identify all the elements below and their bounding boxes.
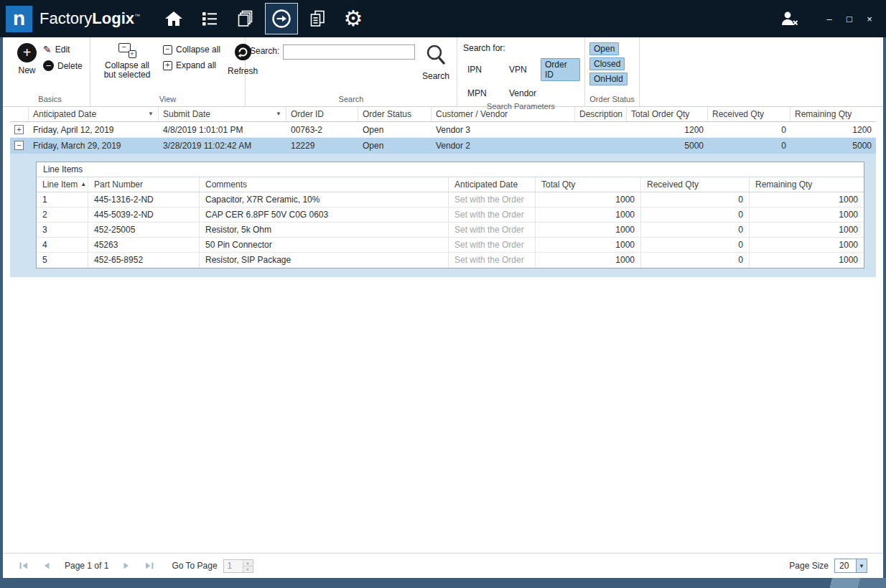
li-column-remaining-qty[interactable]: Remaining Qty xyxy=(750,177,864,192)
search-param-vpn[interactable]: VPN xyxy=(505,63,531,76)
line-item-row-5[interactable]: 5 452-65-8952 Resistor, SIP Package Set … xyxy=(37,253,864,268)
li-cell-line-item: 5 xyxy=(37,253,88,268)
page-size-select[interactable]: 20 ▼ xyxy=(834,559,867,573)
nav-settings-gear-icon[interactable]: ⚙ xyxy=(337,3,370,34)
search-param-mpn[interactable]: MPN xyxy=(463,87,491,100)
filter-dropdown-icon[interactable]: ▼ xyxy=(148,107,154,121)
order-row-00763-2[interactable]: + Friday, April 12, 2019 4/8/2019 1:01:0… xyxy=(10,122,876,138)
grid-empty-area xyxy=(10,277,876,553)
go-to-page-input[interactable] xyxy=(224,560,243,572)
expand-all-button[interactable]: + Expand all xyxy=(163,60,220,70)
order-row-12229-selected[interactable]: − Friday, March 29, 2019 3/28/2019 11:02… xyxy=(10,138,876,154)
line-item-row-3[interactable]: 3 452-25005 Resistor, 5k Ohm Set with th… xyxy=(37,223,864,238)
edit-button[interactable]: ✎ Edit xyxy=(43,45,83,55)
collapse-all-but-selected-button[interactable]: − + Collapse all but selected xyxy=(95,42,159,80)
nav-home-icon[interactable] xyxy=(157,3,190,34)
li-column-total-qty[interactable]: Total Qty xyxy=(536,177,641,192)
column-header-order-id[interactable]: Order ID xyxy=(286,107,358,121)
cell-remaining-qty: 5000 xyxy=(791,138,876,154)
line-items-title: Line Items xyxy=(37,162,864,177)
ribbon: + New ✎ Edit − Delete Basics xyxy=(3,37,883,107)
section-label-view: View xyxy=(95,93,241,105)
li-column-comments[interactable]: Comments xyxy=(200,177,449,192)
column-header-order-status[interactable]: Order Status xyxy=(358,107,432,121)
first-page-button[interactable] xyxy=(19,561,29,571)
li-cell-comments: 50 Pin Connector xyxy=(200,238,449,252)
column-header-label: Remaining Qty xyxy=(795,107,852,121)
column-header-label: Anticipated Date xyxy=(33,107,96,121)
collapse-all-icon: − xyxy=(163,45,172,55)
status-filter-closed[interactable]: Closed xyxy=(589,57,625,70)
collapse-row-icon[interactable]: − xyxy=(14,141,24,150)
main-nav: ⚙ xyxy=(157,3,370,34)
maximize-button[interactable]: □ xyxy=(843,14,856,24)
edit-button-label: Edit xyxy=(55,45,70,55)
li-cell-received-qty: 0 xyxy=(641,238,750,252)
user-logout-icon[interactable] xyxy=(780,10,800,27)
delete-icon: − xyxy=(43,60,54,71)
go-to-page-label: Go To Page xyxy=(172,561,217,571)
line-item-row-4[interactable]: 4 45263 50 Pin Connector Set with the Or… xyxy=(37,238,864,253)
column-header-anticipated-date[interactable]: Anticipated Date ▼ xyxy=(29,107,159,121)
trademark-symbol: ™ xyxy=(134,13,140,19)
column-header-remaining-qty[interactable]: Remaining Qty xyxy=(791,107,876,121)
cell-order-status: Open xyxy=(358,122,432,138)
li-column-part-number[interactable]: Part Number xyxy=(88,177,200,192)
line-item-row-1[interactable]: 1 445-1316-2-ND Capacitor, X7R Ceramic, … xyxy=(37,192,864,207)
li-column-received-qty[interactable]: Received Qty xyxy=(641,177,750,192)
nav-receiving-icon[interactable] xyxy=(265,3,298,34)
search-input[interactable] xyxy=(283,45,415,60)
column-header-label: Order ID xyxy=(291,107,324,121)
spinner-up-icon[interactable]: ▲ xyxy=(243,560,253,566)
column-header-customer-vendor[interactable]: Customer / Vendor xyxy=(432,107,575,121)
column-header-description[interactable]: Description xyxy=(575,107,627,121)
status-filter-onhold[interactable]: OnHold xyxy=(589,73,628,85)
expander-column-header xyxy=(10,107,29,121)
li-cell-total-qty: 1000 xyxy=(536,192,641,207)
cell-customer-vendor: Vendor 3 xyxy=(432,122,575,138)
line-items-panel: Line Items Line Item ▲ Part Number Comme… xyxy=(36,162,864,269)
search-param-ipn[interactable]: IPN xyxy=(463,63,486,76)
search-button[interactable]: Search xyxy=(419,42,452,82)
column-header-total-order-qty[interactable]: Total Order Qty xyxy=(627,107,708,121)
li-cell-comments: Resistor, 5k Ohm xyxy=(200,223,449,237)
collapse-all-but-selected-icon: − + xyxy=(118,43,136,58)
li-cell-remaining-qty: 1000 xyxy=(750,253,864,268)
new-button[interactable]: + New xyxy=(14,42,39,76)
line-item-row-2[interactable]: 2 445-5039-2-ND CAP CER 6.8PF 50V C0G 06… xyxy=(37,207,864,223)
minimize-button[interactable]: – xyxy=(823,14,836,24)
search-field-label: Search: xyxy=(250,46,279,56)
li-column-anticipated-date[interactable]: Anticipated Date xyxy=(449,177,536,192)
search-param-order-id[interactable]: Order ID xyxy=(541,58,580,81)
window-controls: – □ × xyxy=(780,10,876,27)
nav-materials-icon[interactable] xyxy=(229,3,262,34)
go-to-page-spinner[interactable]: ▲ ▼ xyxy=(243,560,253,572)
expand-all-label: Expand all xyxy=(176,60,216,70)
last-page-button[interactable] xyxy=(144,561,154,571)
gear-glyph: ⚙ xyxy=(344,8,363,29)
filter-dropdown-icon[interactable]: ▼ xyxy=(276,107,281,121)
status-filter-open[interactable]: Open xyxy=(589,42,619,55)
next-page-button[interactable] xyxy=(121,561,131,571)
nav-documents-icon[interactable] xyxy=(301,3,334,34)
li-column-line-item[interactable]: Line Item ▲ xyxy=(37,177,88,192)
section-label-basics: Basics xyxy=(14,93,85,105)
expand-box-glyph: + xyxy=(129,50,136,58)
delete-button[interactable]: − Delete xyxy=(43,60,83,71)
collapse-all-button[interactable]: − Collapse all xyxy=(163,45,220,55)
li-cell-total-qty: 1000 xyxy=(536,223,641,237)
page-size-dropdown-icon[interactable]: ▼ xyxy=(856,559,867,572)
column-header-received-qty[interactable]: Received Qty xyxy=(708,107,791,121)
li-cell-anticipated-date: Set with the Order xyxy=(449,253,536,268)
page-size-value: 20 xyxy=(835,559,856,572)
titlebar: n FactoryLogix™ xyxy=(0,0,886,37)
spinner-down-icon[interactable]: ▼ xyxy=(243,566,253,572)
expand-row-icon[interactable]: + xyxy=(14,125,24,134)
nav-production-icon[interactable] xyxy=(193,3,226,34)
li-column-label: Line Item xyxy=(42,177,78,192)
search-param-vendor[interactable]: Vendor xyxy=(505,87,541,100)
close-button[interactable]: × xyxy=(863,14,876,24)
li-cell-comments: Capacitor, X7R Ceramic, 10% xyxy=(200,192,449,207)
column-header-submit-date[interactable]: Submit Date ▼ xyxy=(159,107,286,121)
previous-page-button[interactable] xyxy=(42,561,52,571)
